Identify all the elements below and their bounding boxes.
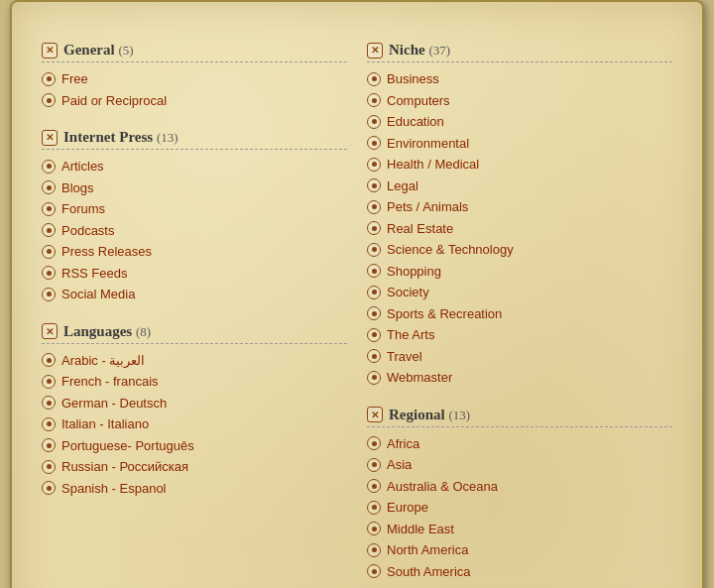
link-articles[interactable]: Articles bbox=[61, 157, 104, 176]
list-item: Legal bbox=[367, 176, 672, 197]
link-environmental[interactable]: Environmental bbox=[387, 134, 469, 154]
list-item: Australia & Oceana bbox=[367, 476, 672, 498]
bullet-icon bbox=[367, 158, 381, 172]
list-item: Travel bbox=[367, 346, 672, 368]
link-north-america[interactable]: North America bbox=[387, 540, 468, 560]
link-science--technology[interactable]: Science & Technology bbox=[387, 240, 514, 260]
list-item: Webmaster bbox=[367, 367, 672, 389]
list-item: South America bbox=[367, 561, 672, 583]
bullet-icon bbox=[367, 115, 381, 129]
link-portuguese--portugus[interactable]: Portuguese- Português bbox=[61, 436, 194, 456]
list-item: RSS Feeds bbox=[42, 263, 347, 285]
link-russian---[interactable]: Russian - Российская bbox=[61, 457, 188, 477]
section-header-regional: ✕Regional (13) bbox=[367, 407, 672, 423]
link-french---francais[interactable]: French - francais bbox=[61, 372, 159, 392]
link-society[interactable]: Society bbox=[387, 283, 429, 302]
link-pets--animals[interactable]: Pets / Animals bbox=[387, 197, 468, 217]
bullet-icon bbox=[367, 306, 381, 320]
list-item: German - Deutsch bbox=[42, 393, 347, 414]
link-europe[interactable]: Europe bbox=[387, 498, 428, 518]
bullet-icon bbox=[367, 543, 381, 557]
list-item: Russian - Российская bbox=[42, 456, 347, 478]
link-german---deutsch[interactable]: German - Deutsch bbox=[61, 394, 167, 413]
link-africa[interactable]: Africa bbox=[387, 434, 419, 454]
section-header-general: ✕General (5) bbox=[42, 42, 347, 59]
bullet-icon bbox=[367, 93, 381, 107]
bullet-icon bbox=[42, 202, 56, 216]
link-arabic---[interactable]: Arabic - العربية bbox=[61, 351, 145, 371]
link-social-media[interactable]: Social Media bbox=[61, 285, 135, 304]
section-divider-regional bbox=[367, 426, 672, 427]
section-regional: ✕Regional (13)AfricaAsiaAustralia & Ocea… bbox=[367, 407, 672, 583]
bullet-icon bbox=[367, 479, 381, 493]
link-south-america[interactable]: South America bbox=[387, 562, 471, 582]
link-sports--recreation[interactable]: Sports & Recreation bbox=[387, 304, 502, 324]
bullet-icon bbox=[367, 178, 381, 192]
right-column: ✕Niche (37)BusinessComputersEducationEnv… bbox=[367, 42, 672, 588]
section-general: ✕General (5)FreePaid or Reciprocal bbox=[42, 42, 347, 111]
link-free[interactable]: Free bbox=[61, 69, 88, 89]
link-business[interactable]: Business bbox=[387, 69, 439, 89]
link-computers[interactable]: Computers bbox=[387, 91, 450, 111]
section-items-regional: AfricaAsiaAustralia & OceanaEuropeMiddle… bbox=[367, 433, 672, 583]
link-health--medical[interactable]: Health / Medical bbox=[387, 155, 479, 175]
section-count-internet-press: (13) bbox=[157, 130, 178, 145]
list-item: Press Releases bbox=[42, 241, 347, 263]
link-rss-feeds[interactable]: RSS Feeds bbox=[61, 264, 127, 284]
bullet-icon bbox=[42, 396, 56, 410]
bullet-icon bbox=[367, 371, 381, 385]
bullet-icon bbox=[42, 417, 56, 431]
link-paid-or-reciprocal[interactable]: Paid or Reciprocal bbox=[61, 91, 167, 111]
list-item: Africa bbox=[367, 433, 672, 455]
link-webmaster[interactable]: Webmaster bbox=[387, 368, 452, 388]
bullet-icon bbox=[367, 286, 381, 299]
link-middle-east[interactable]: Middle East bbox=[387, 520, 454, 539]
section-count-languages: (8) bbox=[136, 324, 151, 339]
section-title-languages: Languages (8) bbox=[63, 323, 151, 340]
section-icon-regional: ✕ bbox=[367, 407, 383, 422]
link-education[interactable]: Education bbox=[387, 112, 444, 132]
list-item: Real Estate bbox=[367, 218, 672, 240]
link-italian---italiano[interactable]: Italian - Italiano bbox=[61, 414, 149, 434]
bullet-icon bbox=[42, 438, 56, 452]
link-the-arts[interactable]: The Arts bbox=[387, 325, 434, 345]
list-item: Europe bbox=[367, 497, 672, 519]
section-count-niche: (37) bbox=[428, 43, 450, 58]
link-travel[interactable]: Travel bbox=[387, 347, 422, 367]
list-item: Italian - Italiano bbox=[42, 413, 347, 435]
list-item: Free bbox=[42, 68, 347, 90]
link-press-releases[interactable]: Press Releases bbox=[61, 242, 152, 262]
bullet-icon bbox=[42, 481, 56, 495]
list-item: Asia bbox=[367, 454, 672, 476]
link-shopping[interactable]: Shopping bbox=[387, 262, 441, 282]
bullet-icon bbox=[367, 200, 381, 214]
bullet-icon bbox=[42, 353, 56, 367]
list-item: Education bbox=[367, 111, 672, 133]
list-item: Middle East bbox=[367, 519, 672, 540]
section-header-niche: ✕Niche (37) bbox=[367, 42, 672, 59]
section-divider-niche bbox=[367, 61, 672, 62]
link-asia[interactable]: Asia bbox=[387, 455, 412, 475]
list-item: Business bbox=[367, 68, 672, 90]
list-item: Blogs bbox=[42, 177, 347, 199]
left-column: ✕General (5)FreePaid or Reciprocal✕Inter… bbox=[42, 42, 347, 588]
section-count-regional: (13) bbox=[448, 408, 470, 422]
section-count-general: (5) bbox=[118, 43, 133, 58]
link-podcasts[interactable]: Podcasts bbox=[61, 221, 114, 241]
list-item: Shopping bbox=[367, 261, 672, 283]
section-title-general: General (5) bbox=[63, 42, 134, 59]
list-item: Society bbox=[367, 282, 672, 303]
link-forums[interactable]: Forums bbox=[61, 199, 105, 219]
link-legal[interactable]: Legal bbox=[387, 176, 418, 196]
section-items-niche: BusinessComputersEducationEnvironmentalH… bbox=[367, 68, 672, 389]
link-real-estate[interactable]: Real Estate bbox=[387, 219, 453, 239]
link-australia--oceana[interactable]: Australia & Oceana bbox=[387, 477, 498, 497]
link-blogs[interactable]: Blogs bbox=[61, 178, 94, 198]
bullet-icon bbox=[42, 160, 56, 174]
list-item: Health / Medical bbox=[367, 154, 672, 176]
section-divider-internet-press bbox=[42, 149, 347, 150]
link-spanish---espanol[interactable]: Spanish - Espanol bbox=[61, 479, 167, 499]
section-icon-internet-press: ✕ bbox=[42, 130, 58, 146]
list-item: Pets / Animals bbox=[367, 196, 672, 218]
bullet-icon bbox=[42, 375, 56, 389]
